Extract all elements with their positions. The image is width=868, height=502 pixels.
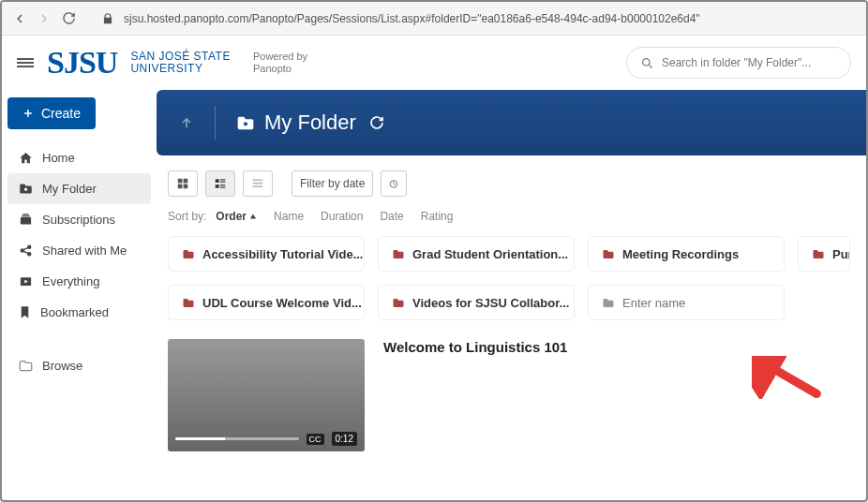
sidebar-item-label: Home — [42, 151, 75, 165]
subfolder-label: Accessibility Tutorial Vide... — [202, 247, 363, 261]
powered-by: Powered by Panopto — [253, 51, 307, 75]
svg-line-1 — [649, 65, 651, 67]
divider — [215, 106, 216, 140]
sort-asc-icon — [249, 213, 257, 220]
hamburger-menu[interactable] — [17, 56, 34, 69]
svg-rect-21 — [216, 179, 219, 183]
svg-rect-22 — [220, 179, 225, 180]
subfolder-label: Videos for SJSU Collabor... — [412, 296, 569, 310]
svg-rect-5 — [21, 217, 31, 225]
svg-point-0 — [643, 58, 651, 66]
sort-col-duration[interactable]: Duration — [321, 210, 363, 223]
sidebar-item-label: Browse — [42, 359, 82, 373]
search-placeholder: Search in folder "My Folder"... — [662, 56, 811, 69]
video-list: CC 0:12 Welcome to Linguistics 101 — [157, 320, 866, 470]
svg-point-4 — [24, 188, 27, 191]
subscriptions-icon — [19, 213, 33, 227]
subfolder-chip[interactable]: Videos for SJSU Collabor... — [378, 285, 575, 320]
svg-rect-20 — [184, 185, 188, 189]
svg-rect-24 — [216, 185, 219, 188]
address-bar[interactable]: sjsu.hosted.panopto.com/Panopto/Pages/Se… — [124, 12, 700, 25]
folder-icon — [392, 298, 405, 308]
sidebar-item-shared[interactable]: Shared with Me — [7, 235, 151, 266]
svg-line-11 — [23, 247, 28, 250]
new-folder-input[interactable] — [622, 296, 780, 310]
home-icon — [19, 151, 33, 165]
up-arrow-icon[interactable] — [179, 115, 194, 130]
svg-point-16 — [244, 122, 247, 126]
subfolder-chip[interactable]: UDL Course Welcome Vid... — [168, 285, 365, 320]
sidebar-item-my-folder[interactable]: My Folder — [7, 173, 151, 204]
svg-rect-25 — [220, 185, 225, 185]
folder-header: My Folder — [157, 90, 866, 155]
cc-badge: CC — [307, 434, 324, 445]
thumb-bar: CC 0:12 — [175, 432, 357, 446]
sort-col-date[interactable]: Date — [380, 210, 403, 223]
folder-icon — [602, 298, 615, 308]
folder-icon — [236, 115, 255, 131]
refresh-icon[interactable] — [369, 115, 384, 130]
subfolder-chip[interactable]: Meeting Recordings — [588, 236, 785, 272]
subfolder-label: UDL Course Welcome Vid... — [202, 296, 362, 310]
svg-rect-29 — [253, 185, 263, 187]
sidebar-item-label: Bookmarked — [40, 305, 109, 319]
time-filter-button[interactable] — [381, 170, 407, 197]
view-list-button[interactable] — [205, 170, 235, 197]
browser-toolbar: sjsu.hosted.panopto.com/Panopto/Pages/Se… — [2, 2, 866, 36]
subfolder-label: Grad Student Orientation... — [412, 247, 568, 261]
video-thumbnail[interactable]: CC 0:12 — [168, 339, 365, 451]
sidebar-item-everything[interactable]: Everything — [7, 266, 151, 297]
back-button[interactable] — [11, 10, 28, 27]
sjsu-logo[interactable]: SJSU — [47, 45, 117, 81]
view-grid-button[interactable] — [168, 170, 198, 197]
sidebar-item-bookmarked[interactable]: Bookmarked — [7, 297, 151, 328]
subfolder-chip[interactable]: Purp — [798, 236, 850, 272]
svg-marker-31 — [250, 214, 256, 219]
svg-rect-18 — [184, 179, 188, 184]
svg-rect-27 — [253, 179, 263, 181]
sort-col-name[interactable]: Name — [274, 210, 304, 223]
create-label: Create — [41, 106, 81, 121]
app-header: SJSU SAN JOSÉ STATE UNIVERSITY Powered b… — [2, 36, 866, 90]
sidebar-item-label: My Folder — [42, 182, 97, 196]
video-duration: 0:12 — [332, 432, 357, 446]
sjsu-logo-sub: SAN JOSÉ STATE UNIVERSITY — [130, 51, 231, 74]
create-button[interactable]: Create — [7, 97, 96, 129]
svg-rect-28 — [253, 183, 263, 185]
subfolder-chip[interactable]: Accessibility Tutorial Vide... — [168, 236, 365, 272]
view-controls: Filter by date — [157, 155, 866, 206]
sidebar-item-home[interactable]: Home — [7, 142, 151, 173]
logo-line2: UNIVERSITY — [130, 63, 231, 75]
svg-rect-26 — [220, 187, 225, 188]
new-folder-input-chip[interactable]: ✕ — [588, 285, 785, 320]
folder-icon — [392, 249, 405, 259]
sidebar-item-subscriptions[interactable]: Subscriptions — [7, 204, 151, 235]
sidebar-item-label: Subscriptions — [42, 213, 115, 227]
search-bar[interactable]: Search in folder "My Folder"... — [626, 47, 851, 79]
forward-button[interactable] — [36, 10, 52, 27]
folder-icon — [19, 183, 33, 195]
main: My Folder Filter by date Sort by: — [157, 90, 866, 500]
search-icon — [640, 56, 654, 70]
filter-date-button[interactable]: Filter by date — [292, 170, 373, 197]
sort-col-rating[interactable]: Rating — [421, 210, 454, 223]
sort-col-order[interactable]: Order — [216, 210, 257, 223]
folder-icon — [812, 249, 825, 259]
clock-icon — [389, 178, 398, 190]
filter-label: Filter by date — [300, 177, 365, 190]
svg-rect-7 — [22, 214, 28, 214]
progress-bar[interactable] — [175, 437, 299, 440]
subfolder-chip[interactable]: Grad Student Orientation... — [378, 236, 575, 272]
sidebar: Create Home My Folder Subscriptions Shar… — [2, 90, 157, 500]
folder-icon — [182, 249, 195, 259]
svg-rect-17 — [178, 179, 183, 184]
reload-button[interactable] — [60, 10, 77, 27]
svg-line-12 — [23, 251, 28, 254]
folder-icon — [602, 249, 615, 259]
bookmark-icon — [19, 305, 31, 319]
subfolder-grid: Accessibility Tutorial Vide... Grad Stud… — [157, 236, 866, 320]
view-compact-button[interactable] — [243, 170, 273, 197]
video-title[interactable]: Welcome to Linguistics 101 — [383, 339, 567, 355]
sidebar-item-browse[interactable]: Browse — [7, 350, 151, 381]
svg-rect-19 — [178, 185, 183, 189]
